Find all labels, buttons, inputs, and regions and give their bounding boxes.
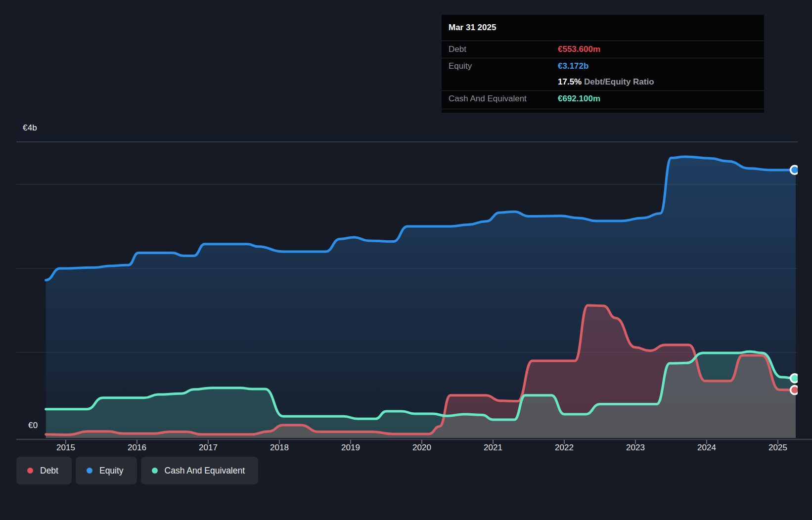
chart-tooltip: Mar 31 2025 Debt €553.600m Equity €3.172… xyxy=(442,15,764,113)
end-marker-debt[interactable] xyxy=(791,386,799,394)
tooltip-equity-label: Equity xyxy=(449,61,472,71)
ratio-label: Debt/Equity Ratio xyxy=(582,77,654,87)
ratio-percent: 17.5% xyxy=(558,77,582,87)
tooltip-cash-value: €692.100m xyxy=(558,94,600,104)
debt-equity-history-chart: €4b €0 201520162017201820192020202120222… xyxy=(0,0,812,520)
end-marker-cash-and-equivalent[interactable] xyxy=(791,374,799,383)
legend-cash-label: Cash And Equivalent xyxy=(165,466,245,476)
tooltip-date: Mar 31 2025 xyxy=(449,23,496,33)
tooltip-debt-value: €553.600m xyxy=(558,44,600,54)
chart-legend: Debt Equity Cash And Equivalent xyxy=(16,457,258,484)
debt-color-dot xyxy=(27,468,33,474)
tooltip-divider xyxy=(442,58,764,58)
tooltip-debt-equity-ratio: 17.5% Debt/Equity Ratio xyxy=(558,77,654,87)
y-axis-label-top: €4b xyxy=(23,123,37,133)
legend-item-equity[interactable]: Equity xyxy=(76,457,137,484)
legend-item-cash[interactable]: Cash And Equivalent xyxy=(141,457,258,484)
legend-debt-label: Debt xyxy=(40,466,58,476)
legend-equity-label: Equity xyxy=(99,466,124,476)
end-marker-equity[interactable] xyxy=(791,166,799,174)
cash-color-dot xyxy=(152,468,158,474)
tooltip-divider xyxy=(442,109,764,109)
tooltip-divider xyxy=(442,41,764,41)
tooltip-debt-label: Debt xyxy=(449,44,466,54)
tooltip-equity-value: €3.172b xyxy=(558,61,588,71)
legend-item-debt[interactable]: Debt xyxy=(16,457,72,484)
tooltip-divider xyxy=(442,90,764,91)
y-axis-label-zero: €0 xyxy=(28,421,38,431)
tooltip-cash-label: Cash And Equivalent xyxy=(449,94,527,104)
equity-color-dot xyxy=(87,468,92,474)
